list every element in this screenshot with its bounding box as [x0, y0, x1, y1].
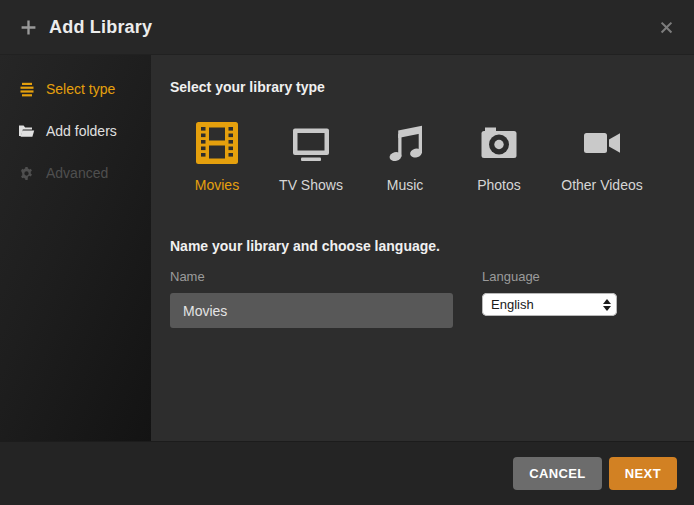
- type-option-tv-shows[interactable]: TV Shows: [264, 122, 358, 193]
- language-field-group: Language English: [482, 269, 617, 328]
- type-option-movies[interactable]: Movies: [170, 122, 264, 193]
- next-button[interactable]: NEXT: [609, 457, 677, 490]
- name-language-form: Name Language English: [170, 269, 674, 328]
- folder-icon: [18, 124, 35, 139]
- list-lines-icon: [18, 81, 35, 97]
- music-note-icon: [384, 122, 426, 164]
- select-stepper-icon: [603, 299, 611, 311]
- sidebar-item-label: Add folders: [46, 123, 117, 139]
- sidebar-item-select-type[interactable]: Select type: [0, 68, 151, 110]
- type-option-photos[interactable]: Photos: [452, 122, 546, 193]
- type-option-label: Photos: [477, 177, 521, 193]
- library-type-heading: Select your library type: [170, 79, 674, 95]
- library-name-input[interactable]: [170, 293, 453, 328]
- sidebar-item-label: Select type: [46, 81, 115, 97]
- type-option-label: TV Shows: [279, 177, 343, 193]
- film-icon: [196, 122, 238, 164]
- type-option-music[interactable]: Music: [358, 122, 452, 193]
- tv-icon: [290, 122, 332, 164]
- close-icon[interactable]: [659, 20, 674, 35]
- sidebar-item-label: Advanced: [46, 165, 108, 181]
- language-select[interactable]: English: [482, 293, 617, 316]
- plus-icon: [20, 19, 37, 36]
- dialog-body: Select type Add folders Advanced: [0, 55, 694, 441]
- sidebar-item-advanced[interactable]: Advanced: [0, 152, 151, 194]
- gear-icon: [18, 166, 35, 181]
- language-label: Language: [482, 269, 617, 284]
- dialog-title: Add Library: [49, 17, 152, 38]
- type-option-label: Music: [387, 177, 424, 193]
- dialog-footer: CANCEL NEXT: [0, 441, 694, 505]
- language-selected-value: English: [491, 297, 603, 312]
- type-option-label: Movies: [195, 177, 239, 193]
- dialog-header: Add Library: [0, 0, 694, 55]
- type-option-label: Other Videos: [561, 177, 642, 193]
- wizard-steps-sidebar: Select type Add folders Advanced: [0, 55, 151, 441]
- name-field-group: Name: [170, 269, 453, 328]
- name-label: Name: [170, 269, 453, 284]
- sidebar-item-add-folders[interactable]: Add folders: [0, 110, 151, 152]
- camera-icon: [478, 122, 520, 164]
- type-option-other-videos[interactable]: Other Videos: [546, 122, 658, 193]
- add-library-dialog: Add Library Select type: [0, 0, 694, 505]
- video-camera-icon: [581, 122, 623, 164]
- name-language-heading: Name your library and choose language.: [170, 238, 674, 254]
- library-type-options: Movies TV Shows: [170, 122, 674, 193]
- select-type-panel: Select your library type: [151, 55, 694, 441]
- cancel-button[interactable]: CANCEL: [513, 457, 602, 490]
